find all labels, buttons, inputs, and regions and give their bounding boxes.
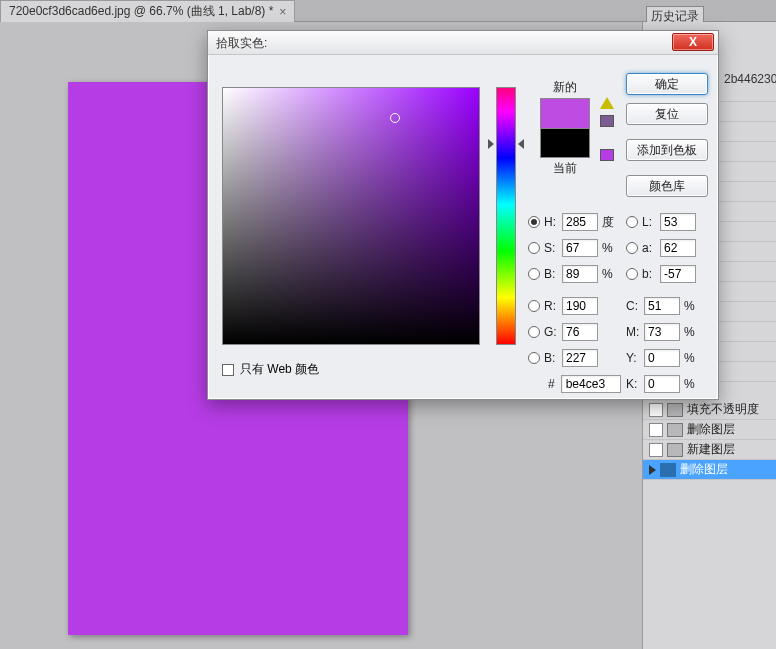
input-a[interactable] <box>660 239 696 257</box>
input-hex[interactable] <box>561 375 621 393</box>
radio-l[interactable] <box>626 216 638 228</box>
radio-h[interactable] <box>528 216 540 228</box>
color-swatches: 新的 当前 <box>532 79 598 177</box>
label-k: K: <box>626 377 644 391</box>
history-item[interactable]: 填充不透明度 <box>643 400 776 420</box>
input-s[interactable] <box>562 239 598 257</box>
input-b2[interactable] <box>660 265 696 283</box>
label-l: L: <box>642 215 660 229</box>
history-label: 新建图层 <box>687 441 735 458</box>
hex-label: # <box>548 377 555 391</box>
label-m: M: <box>626 325 644 339</box>
history-label: 删除图层 <box>680 461 728 478</box>
label-bc: B: <box>544 351 562 365</box>
label-b: B: <box>544 267 562 281</box>
dialog-title-bar[interactable]: 拾取实色: X <box>208 31 718 55</box>
hue-arrow-icon <box>488 139 494 149</box>
play-icon <box>649 465 656 475</box>
label-g: G: <box>544 325 562 339</box>
web-only-row[interactable]: 只有 Web 颜色 <box>222 361 319 378</box>
swatch-new[interactable] <box>540 98 590 128</box>
web-only-label: 只有 Web 颜色 <box>240 361 319 378</box>
current-label: 当前 <box>532 160 598 177</box>
unit-k: % <box>684 377 702 391</box>
add-swatch-button[interactable]: 添加到色板 <box>626 139 708 161</box>
unit-y: % <box>684 351 702 365</box>
history-icon <box>667 443 683 457</box>
input-l[interactable] <box>660 213 696 231</box>
label-b2: b: <box>642 267 660 281</box>
hex-row: # <box>548 375 621 393</box>
input-bv[interactable] <box>562 265 598 283</box>
input-h[interactable] <box>562 213 598 231</box>
history-list: 填充不透明度 删除图层 新建图层 删除图层 <box>643 400 776 480</box>
label-r: R: <box>544 299 562 313</box>
saturation-value-box[interactable] <box>222 87 480 345</box>
color-library-button[interactable]: 颜色库 <box>626 175 708 197</box>
label-y: Y: <box>626 351 644 365</box>
hsb-group: H: 度 S: % B: % <box>528 209 620 287</box>
label-a: a: <box>642 241 660 255</box>
input-c[interactable] <box>644 297 680 315</box>
checkbox-icon[interactable] <box>222 364 234 376</box>
input-r[interactable] <box>562 297 598 315</box>
history-label: 删除图层 <box>687 421 735 438</box>
websafe-color-swatch[interactable] <box>600 149 614 161</box>
input-m[interactable] <box>644 323 680 341</box>
radio-b[interactable] <box>528 268 540 280</box>
unit-c: % <box>684 299 702 313</box>
lab-group: L: a: b: <box>626 209 700 287</box>
hue-arrow-icon <box>518 139 524 149</box>
label-s: S: <box>544 241 562 255</box>
sv-cursor[interactable] <box>390 113 400 123</box>
reset-button[interactable]: 复位 <box>626 103 708 125</box>
radio-bc[interactable] <box>528 352 540 364</box>
gamut-color-swatch[interactable] <box>600 115 614 127</box>
history-item[interactable]: 删除图层 <box>643 420 776 440</box>
rgb-group: R: G: B: <box>528 293 602 371</box>
history-item[interactable]: 新建图层 <box>643 440 776 460</box>
document-tab-label: 720e0cf3d6cad6ed.jpg @ 66.7% (曲线 1, Lab/… <box>9 3 273 20</box>
gamut-warning-icon[interactable] <box>600 97 614 109</box>
unit-h: 度 <box>602 214 620 231</box>
close-button[interactable]: X <box>672 33 714 51</box>
input-y[interactable] <box>644 349 680 367</box>
close-icon[interactable]: × <box>279 5 286 19</box>
checkbox-icon[interactable] <box>649 403 663 417</box>
input-bc[interactable] <box>562 349 598 367</box>
history-icon <box>667 403 683 417</box>
checkbox-icon[interactable] <box>649 443 663 457</box>
input-k[interactable] <box>644 375 680 393</box>
unit-s: % <box>602 241 620 255</box>
swatch-current[interactable] <box>540 128 590 158</box>
radio-s[interactable] <box>528 242 540 254</box>
document-tab[interactable]: 720e0cf3d6cad6ed.jpg @ 66.7% (曲线 1, Lab/… <box>0 0 295 22</box>
ok-button[interactable]: 确定 <box>626 73 708 95</box>
label-h: H: <box>544 215 562 229</box>
radio-r[interactable] <box>528 300 540 312</box>
label-c: C: <box>626 299 644 313</box>
new-label: 新的 <box>532 79 598 96</box>
hue-slider[interactable] <box>496 87 516 345</box>
radio-g[interactable] <box>528 326 540 338</box>
cmyk-group: C: % M: % Y: % K: % <box>626 293 702 397</box>
radio-b2[interactable] <box>626 268 638 280</box>
history-icon <box>660 463 676 477</box>
history-label: 填充不透明度 <box>687 401 759 418</box>
dialog-title: 拾取实色: <box>216 36 267 50</box>
unit-m: % <box>684 325 702 339</box>
color-picker-dialog: 拾取实色: X 新的 当前 确定 复位 添加到色板 颜色库 H: 度 S: % <box>207 30 719 400</box>
checkbox-icon[interactable] <box>649 423 663 437</box>
history-item-selected[interactable]: 删除图层 <box>643 460 776 480</box>
unit-bv: % <box>602 267 620 281</box>
history-icon <box>667 423 683 437</box>
radio-a[interactable] <box>626 242 638 254</box>
input-g[interactable] <box>562 323 598 341</box>
